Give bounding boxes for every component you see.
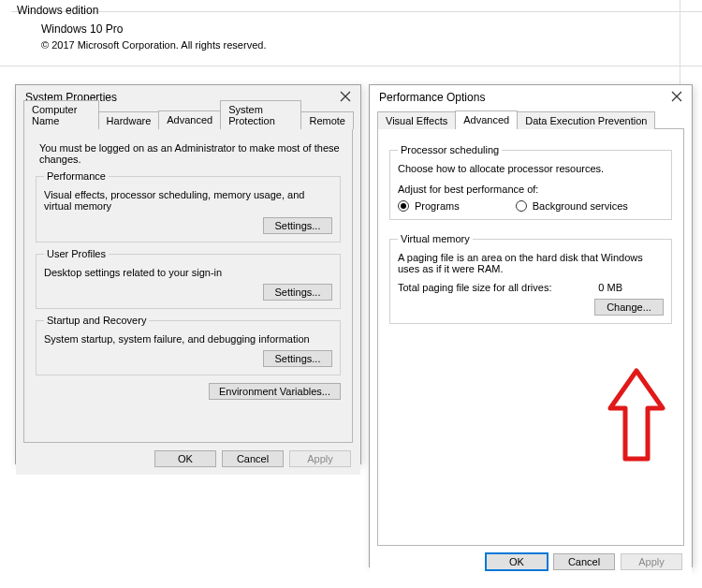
virtual-memory-desc: A paging file is an area on the hard dis… [398, 252, 664, 274]
tab-dep[interactable]: Data Execution Prevention [517, 111, 655, 129]
performance-legend: Performance [44, 170, 109, 182]
divider-below-header [0, 66, 702, 66]
performance-desc: Visual effects, processor scheduling, me… [44, 189, 332, 212]
change-button[interactable]: Change... [594, 299, 664, 316]
radio-programs-label: Programs [415, 200, 460, 212]
performance-group: Performance Visual effects, processor sc… [36, 170, 341, 243]
processor-scheduling-legend: Processor scheduling [398, 144, 502, 155]
tab-advanced[interactable]: Advanced [158, 110, 221, 129]
user-profiles-settings-button[interactable]: Settings... [263, 284, 332, 301]
performance-options-title: Performance Options [379, 91, 485, 104]
performance-options-dialog: Performance Options Visual Effects Advan… [369, 84, 693, 567]
tab-remote[interactable]: Remote [300, 111, 354, 129]
startup-recovery-settings-button[interactable]: Settings... [263, 350, 332, 367]
radio-dot-icon [398, 200, 409, 212]
virtual-memory-group: Virtual memory A paging file is an area … [389, 233, 672, 324]
windows-edition-panel: Windows edition Windows 10 Pro © 2017 Mi… [0, 0, 702, 64]
performance-options-body: Processor scheduling Choose how to alloc… [377, 129, 684, 546]
tab-perf-advanced[interactable]: Advanced [455, 110, 518, 129]
total-paging-label: Total paging file size for all drives: [398, 282, 551, 293]
tab-hardware[interactable]: Hardware [98, 111, 160, 129]
copyright-text: © 2017 Microsoft Corporation. All rights… [41, 39, 685, 51]
system-properties-tabs: Computer Name Hardware Advanced System P… [23, 110, 353, 129]
adjust-for-label: Adjust for best performance of: [398, 184, 664, 195]
tab-computer-name[interactable]: Computer Name [23, 100, 99, 129]
windows-edition-label: Windows edition [17, 4, 685, 17]
processor-scheduling-group: Processor scheduling Choose how to alloc… [389, 144, 672, 220]
radio-programs[interactable]: Programs [398, 200, 460, 212]
windows-edition-value: Windows 10 Pro [41, 22, 685, 36]
user-profiles-desc: Desktop settings related to your sign-in [44, 267, 332, 278]
tab-visual-effects[interactable]: Visual Effects [377, 111, 456, 129]
performance-options-titlebar[interactable]: Performance Options [370, 85, 692, 110]
ok-button[interactable]: OK [154, 450, 216, 467]
tab-system-protection[interactable]: System Protection [220, 100, 301, 129]
processor-scheduling-desc: Choose how to allocate processor resourc… [398, 163, 664, 174]
startup-recovery-desc: System startup, system failure, and debu… [44, 333, 332, 345]
performance-options-tabs: Visual Effects Advanced Data Execution P… [377, 110, 684, 129]
admin-note: You must be logged on as an Administrato… [39, 142, 341, 165]
close-icon[interactable] [671, 91, 684, 104]
radio-dot-icon [516, 200, 527, 212]
startup-recovery-legend: Startup and Recovery [44, 315, 149, 326]
total-paging-value: 0 MB [598, 282, 622, 293]
cancel-button[interactable]: Cancel [222, 450, 284, 467]
user-profiles-group: User Profiles Desktop settings related t… [36, 248, 341, 309]
radio-background-label: Background services [533, 200, 628, 212]
startup-recovery-group: Startup and Recovery System startup, sys… [36, 315, 341, 375]
performance-options-footer: OK Cancel Apply [370, 546, 692, 578]
performance-settings-button[interactable]: Settings... [263, 217, 332, 234]
apply-button[interactable]: Apply [621, 553, 682, 570]
system-properties-footer: OK Cancel Apply [16, 443, 360, 475]
apply-button[interactable]: Apply [289, 450, 351, 467]
radio-background-services[interactable]: Background services [516, 200, 628, 212]
system-properties-body: You must be logged on as an Administrato… [23, 129, 353, 443]
user-profiles-legend: User Profiles [44, 248, 109, 259]
environment-variables-button[interactable]: Environment Variables... [209, 383, 341, 400]
cancel-button[interactable]: Cancel [553, 553, 615, 570]
ok-button[interactable]: OK [486, 553, 548, 570]
close-icon[interactable] [340, 91, 353, 104]
virtual-memory-legend: Virtual memory [398, 233, 473, 244]
system-properties-dialog: System Properties Computer Name Hardware… [15, 84, 361, 464]
